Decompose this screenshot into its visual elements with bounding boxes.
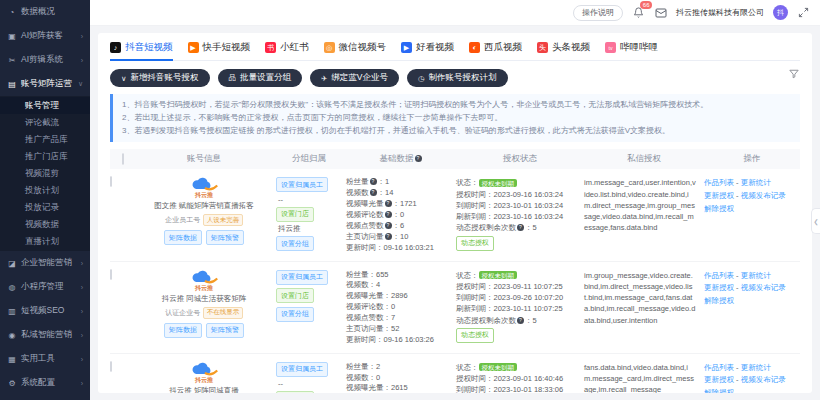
- notification-bell-icon[interactable]: 66: [632, 6, 645, 19]
- sidebar-subitem[interactable]: 视频数据: [0, 216, 90, 233]
- user-avatar[interactable]: 抖: [773, 5, 788, 20]
- account-status-badge: 不在线显示: [203, 307, 243, 319]
- op-link[interactable]: 作品列表: [704, 363, 734, 372]
- select-all-checkbox[interactable]: [122, 153, 124, 165]
- collapse-panel-handle[interactable]: ❮: [811, 208, 820, 234]
- group-cell: 设置归属员工--设置门店抖云推设置分组: [272, 177, 346, 251]
- row-checkbox[interactable]: [110, 361, 112, 372]
- sidebar-item[interactable]: ✂AI剪辑系统›: [0, 48, 90, 72]
- group-set-button[interactable]: 设置门店: [276, 207, 314, 222]
- sidebar-item[interactable]: ▣AI矩阵获客›: [0, 24, 90, 48]
- op-link[interactable]: 解除授权: [704, 388, 734, 393]
- row-checkbox[interactable]: [110, 176, 112, 187]
- topbar: 操作说明 66 抖云推传媒科技有限公司 抖: [90, 0, 820, 26]
- sidebar-item[interactable]: ◔数据概况: [0, 0, 90, 24]
- sidebar-item[interactable]: ▦实用工具›: [0, 347, 90, 371]
- table-row: 抖云推抖云推 同城生活获客矩阵认证企业号不在线显示矩阵数据矩阵预警设置归属员工设…: [110, 262, 800, 354]
- op-link[interactable]: 作品列表: [704, 178, 734, 187]
- group-set-button[interactable]: 设置门店: [276, 391, 314, 393]
- op-link[interactable]: 视频发布记录: [741, 191, 786, 200]
- notice-box: 1、抖音账号扫码授权时，若提示"部分权限授权失败"：该账号不满足授权条件；证明扫…: [110, 94, 800, 142]
- op-link[interactable]: 视频发布记录: [741, 283, 786, 292]
- main-content: ♪抖音短视频▶快手短视频书小红书◎微信视频号▶好看视频◐西瓜视频头头条视频tv哔…: [90, 26, 820, 400]
- auth-status-badge: 授权未到期: [479, 363, 518, 371]
- account-mini-button[interactable]: 矩阵预警: [206, 323, 244, 338]
- op-link[interactable]: 更新统计: [741, 363, 771, 372]
- op-link[interactable]: 更新授权: [704, 191, 734, 200]
- row-checkbox[interactable]: [110, 269, 112, 280]
- account-name: 图文推 赋能矩阵营销直播拓客: [136, 201, 272, 211]
- sidebar-item[interactable]: ◪企业智能营销›: [0, 251, 90, 275]
- account-logo-label: 抖云推: [136, 285, 272, 291]
- sidebar-item[interactable]: ◉私域智能营销›: [0, 323, 90, 347]
- action-label: 绑定蓝V企业号: [331, 72, 388, 84]
- sidebar-subitem[interactable]: 直播计划: [0, 233, 90, 250]
- sidebar-item-label: 企业智能营销: [21, 257, 72, 269]
- expand-icon[interactable]: [797, 6, 810, 19]
- sidebar-subitem[interactable]: 推广门店库: [0, 148, 90, 165]
- action-button[interactable]: ◷制作账号授权计划: [407, 69, 508, 87]
- tab-快手短视频[interactable]: ▶快手短视频: [188, 41, 251, 54]
- tab-label: 哔哩哔哩: [620, 41, 658, 54]
- account-mini-button[interactable]: 矩阵数据: [164, 323, 202, 338]
- tab-抖音短视频[interactable]: ♪抖音短视频: [110, 41, 173, 54]
- sidebar-subitem[interactable]: 评论截流: [0, 114, 90, 131]
- group-set-button[interactable]: 设置分组: [276, 307, 314, 322]
- sidebar-item[interactable]: ⚙系统配置›: [0, 371, 90, 395]
- op-link[interactable]: 解除授权: [704, 296, 734, 305]
- info-icon[interactable]: ?: [385, 200, 392, 207]
- tab-label: 抖音短视频: [125, 41, 173, 54]
- group-set-button[interactable]: 设置归属员工: [276, 177, 328, 192]
- tab-哔哩哔哩[interactable]: tv哔哩哔哩: [605, 41, 658, 54]
- sidebar-subitem[interactable]: 投放计划: [0, 182, 90, 199]
- op-link[interactable]: 更新授权: [704, 375, 734, 384]
- info-icon[interactable]: ?: [370, 178, 377, 185]
- sidebar-subitem[interactable]: 投放记录: [0, 199, 90, 216]
- tab-西瓜视频[interactable]: ◐西瓜视频: [469, 41, 522, 54]
- sidebar-item[interactable]: ◍小程序管理›: [0, 275, 90, 299]
- sidebar-subitem[interactable]: 视频混剪: [0, 165, 90, 182]
- op-link[interactable]: 更新统计: [741, 271, 771, 280]
- op-link[interactable]: 更新授权: [704, 283, 734, 292]
- info-icon[interactable]: ?: [385, 222, 392, 229]
- account-mini-button[interactable]: 矩阵数据: [164, 230, 202, 245]
- info-icon[interactable]: ?: [385, 233, 392, 240]
- sidebar-item[interactable]: ▤账号矩阵运营∨: [0, 72, 90, 96]
- action-button[interactable]: ∨新增抖音账号授权: [110, 69, 210, 87]
- info-icon[interactable]: ?: [415, 155, 422, 162]
- op-link[interactable]: 解除授权: [704, 204, 734, 213]
- op-link[interactable]: 更新统计: [741, 178, 771, 187]
- group-set-button[interactable]: 设置归属员工: [276, 362, 328, 377]
- info-icon[interactable]: ?: [517, 224, 524, 231]
- op-link[interactable]: 作品列表: [704, 271, 734, 280]
- tab-微信视频号[interactable]: ◎微信视频号: [324, 41, 387, 54]
- sidebar-subitem[interactable]: 账号管理: [0, 97, 90, 114]
- dynamic-auth-button[interactable]: 动态授权: [456, 236, 494, 252]
- mail-icon[interactable]: [654, 6, 667, 19]
- group-set-button[interactable]: 设置门店: [276, 288, 314, 303]
- filter-icon[interactable]: [789, 69, 799, 81]
- info-icon[interactable]: ?: [370, 189, 377, 196]
- group-value: 抖云推: [276, 225, 301, 233]
- tab-头条视频[interactable]: 头头条视频: [537, 41, 590, 54]
- help-button[interactable]: 操作说明: [573, 5, 623, 21]
- action-button[interactable]: 品批量设置分组: [218, 69, 303, 87]
- tab-label: 微信视频号: [339, 41, 387, 54]
- sidebar-item[interactable]: ▥短视频SEO›: [0, 299, 90, 323]
- sidebar-subitem[interactable]: 推广产品库: [0, 131, 90, 148]
- dynamic-auth-button[interactable]: 动态授权: [456, 328, 494, 344]
- account-mini-button[interactable]: 矩阵预警: [206, 230, 244, 245]
- info-icon[interactable]: ?: [385, 211, 392, 218]
- info-icon[interactable]: ?: [517, 317, 524, 324]
- tab-小红书[interactable]: 书小红书: [265, 41, 309, 54]
- action-button[interactable]: ✈绑定蓝V企业号: [310, 69, 399, 87]
- platform-icon: ◎: [324, 42, 335, 53]
- group-set-button[interactable]: 设置归属员工: [276, 270, 328, 285]
- account-logo-label: 抖云推: [136, 192, 272, 198]
- auth-line: 到期时间：2023-10-01 18:33:06: [456, 384, 580, 393]
- op-link[interactable]: 视频发布记录: [741, 375, 786, 384]
- tab-好看视频[interactable]: ▶好看视频: [401, 41, 454, 54]
- op-line: 作品列表 - 更新统计: [704, 362, 796, 375]
- group-set-button[interactable]: 设置分组: [276, 236, 314, 251]
- settings-icon: ⚙: [7, 379, 17, 388]
